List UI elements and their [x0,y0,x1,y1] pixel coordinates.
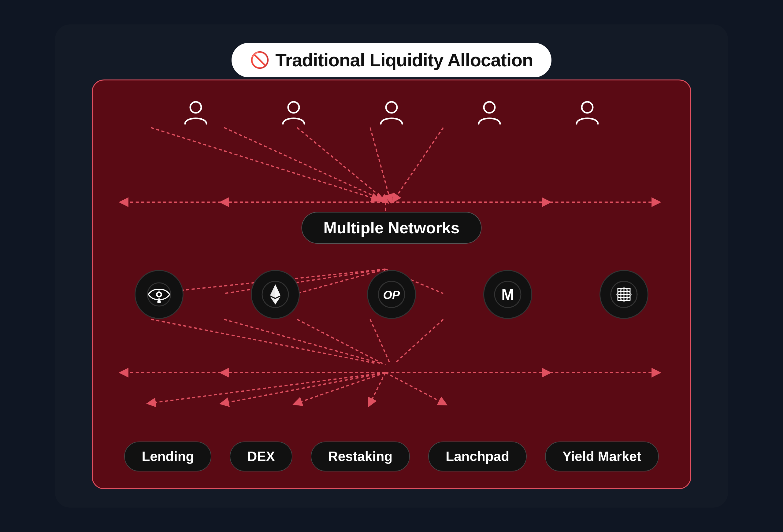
svg-point-32 [484,102,495,113]
ban-icon: 🚫 [250,51,270,69]
svg-line-17 [297,319,385,365]
logo-grid [599,270,649,319]
outer-container: 🚫 Traditional Liquidity Allocation [55,25,728,507]
page-title: Traditional Liquidity Allocation [275,49,533,71]
svg-line-23 [370,373,385,403]
svg-line-16 [224,319,381,363]
svg-point-36 [158,293,161,296]
protocol-lanchpad: Lanchpad [428,441,527,471]
svg-line-1 [224,128,381,199]
svg-line-15 [151,319,377,363]
user-icon-3 [379,99,404,126]
protocol-restaking: Restaking [311,441,410,471]
users-row [93,99,690,126]
protocol-lending: Lending [124,441,211,471]
svg-line-18 [370,319,390,363]
svg-line-20 [151,373,386,403]
user-icon-4 [477,99,502,126]
svg-line-19 [395,319,443,363]
svg-point-30 [288,102,299,113]
logo-ethereum [251,270,300,319]
logo-optimism: OP [367,270,416,319]
protocol-dex: DEX [230,441,292,471]
diagram-box: Multiple Networks [92,79,691,489]
logos-row: OP M [93,270,690,319]
logo-mantle-m: M [483,270,532,319]
svg-point-31 [386,102,397,113]
networks-badge: Multiple Networks [302,212,482,244]
svg-line-4 [395,128,443,199]
title-badge: 🚫 Traditional Liquidity Allocation [231,43,551,77]
svg-line-24 [385,373,443,403]
svg-line-21 [224,373,385,403]
svg-text:OP: OP [383,289,400,301]
networks-label: Multiple Networks [323,219,460,237]
svg-line-2 [297,128,385,201]
user-icon-1 [184,99,208,126]
svg-line-3 [370,128,390,199]
user-icon-2 [281,99,306,126]
svg-line-22 [297,373,385,403]
svg-line-0 [151,128,377,199]
svg-point-29 [190,102,201,113]
user-icon-5 [575,99,599,126]
logo-horus [134,270,184,319]
protocols-row: Lending DEX Restaking Lanchpad Yield Mar… [93,441,690,471]
protocol-yield: Yield Market [545,441,659,471]
svg-text:M: M [501,286,514,303]
svg-point-33 [582,102,593,113]
